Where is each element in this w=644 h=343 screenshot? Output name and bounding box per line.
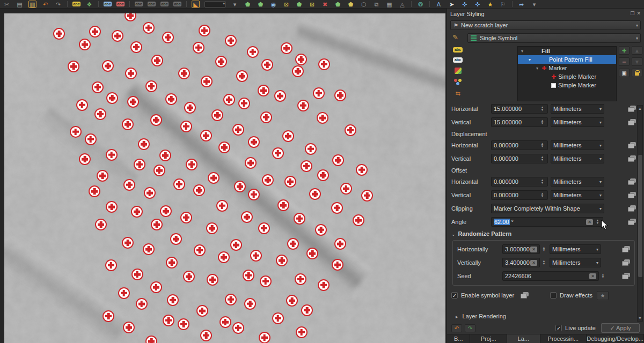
pan-to-selected-icon[interactable]: ➦ <box>517 1 525 8</box>
displacement-vertical-unit-combo[interactable]: Millimeters <box>551 154 604 163</box>
tree-item-point-pattern-fill[interactable]: ▾ Point Pattern Fill <box>518 55 616 64</box>
effects-customize-button[interactable]: ★ <box>597 291 609 300</box>
show-hidden-labels-icon[interactable]: abc <box>135 1 143 8</box>
undo-icon[interactable]: ↶ <box>41 1 49 8</box>
collapse-icon[interactable]: ▾ <box>536 66 541 71</box>
labels-tab-icon[interactable]: abc <box>453 47 463 53</box>
clear-value-icon[interactable] <box>586 219 593 225</box>
collapse-icon[interactable]: ▾ <box>521 49 526 54</box>
move-up-button[interactable]: ▲ <box>632 46 642 55</box>
randomize-horizontal-input[interactable]: 3.000000 <box>502 244 540 254</box>
displacement-vertical-input[interactable]: 0.000000 <box>491 154 548 163</box>
lock-colors-button[interactable] <box>632 69 642 77</box>
spinner[interactable] <box>600 273 606 279</box>
spacing-vertical-input[interactable]: 15.000000 <box>491 117 548 127</box>
settings-scrollbar[interactable]: ▲ ▼ <box>637 105 643 322</box>
spinner[interactable] <box>539 156 545 161</box>
symbol-type-combo[interactable]: Single Symbol <box>467 33 641 43</box>
map-canvas[interactable] <box>4 13 445 343</box>
fill-ring-icon[interactable]: ⊠ <box>308 1 316 8</box>
move-down-button[interactable]: ▼ <box>632 57 642 66</box>
offset-horizontal-unit-combo[interactable]: Millimeters <box>551 177 604 187</box>
history-tab-icon[interactable]: ⇆ <box>455 90 460 97</box>
float-panel-icon[interactable]: ❐ <box>630 11 634 18</box>
tab-browser[interactable]: B... <box>447 334 470 343</box>
spinner[interactable] <box>541 260 547 265</box>
tab-layer-styling[interactable]: La... <box>507 334 540 343</box>
angle-input[interactable]: 62.00 ° <box>491 217 603 227</box>
copy-features-icon[interactable]: ▤ <box>16 1 24 8</box>
data-defined-override-icon[interactable] <box>628 219 636 225</box>
data-defined-override-icon[interactable] <box>628 119 636 125</box>
edit-nodes-2-icon[interactable]: ✜ <box>473 1 481 8</box>
spinner[interactable] <box>539 143 545 148</box>
tree-item-fill[interactable]: ▾ Fill <box>518 47 616 55</box>
move-feature-icon[interactable]: ⬟ <box>257 1 265 8</box>
spinner[interactable] <box>539 120 545 125</box>
scrollbar-thumb[interactable] <box>638 155 642 277</box>
multiedit-icon[interactable]: ⧉ <box>372 1 380 8</box>
randomize-horizontal-unit-combo[interactable]: Millimeters <box>550 244 601 254</box>
edit-nodes-icon[interactable]: ✜ <box>460 1 469 8</box>
live-update-checkbox[interactable] <box>555 325 562 331</box>
measure-icon[interactable]: ◣ <box>192 1 200 8</box>
tree-item-simple-marker-1[interactable]: ✚ Simple Marker <box>518 72 616 81</box>
enable-symbol-layer-checkbox[interactable] <box>451 292 458 299</box>
draw-effects-checkbox[interactable] <box>550 292 557 299</box>
highlight-labels-icon[interactable]: abc <box>104 1 112 8</box>
tree-item-simple-marker-2[interactable]: Simple Marker <box>518 81 616 90</box>
offset-vertical-input[interactable]: 0.000000 <box>491 190 548 200</box>
georeferencer-icon[interactable]: ❂ <box>416 1 425 8</box>
text-annotation-icon[interactable]: A <box>435 1 443 8</box>
spinner[interactable] <box>539 192 545 198</box>
delete-ring-icon[interactable]: ⊠ <box>282 1 290 8</box>
clear-value-icon[interactable] <box>530 260 537 266</box>
dropdown-icon[interactable]: ▾ <box>231 1 239 8</box>
delete-part-icon[interactable]: ⬟ <box>295 1 303 8</box>
randomize-pattern-header[interactable]: ⌄Randomize Pattern <box>451 230 636 237</box>
displacement-horizontal-unit-combo[interactable]: Millimeters <box>551 140 604 150</box>
mask-tab-icon[interactable]: abc <box>453 57 463 63</box>
rotate-label-icon[interactable]: abc <box>160 1 169 8</box>
diagrams-tab-icon[interactable] <box>454 79 462 85</box>
symbology-icon[interactable]: ✎ <box>452 33 458 41</box>
add-symbol-layer-button[interactable]: ✚ <box>619 46 630 55</box>
clipping-combo[interactable]: Marker Completely Within Shape <box>491 204 604 213</box>
spacing-vertical-unit-combo[interactable]: Millimeters <box>551 117 604 127</box>
spacing-horizontal-unit-combo[interactable]: Millimeters <box>551 104 604 114</box>
undo-style-button[interactable]: ↶ <box>451 324 462 332</box>
vertex-tool-icon[interactable]: ⬡ <box>360 1 368 8</box>
reshape-features-icon[interactable]: ◉ <box>269 1 277 8</box>
apply-button[interactable]: ✓ Apply <box>601 323 640 333</box>
scroll-down-icon[interactable]: ▼ <box>638 315 642 321</box>
tab-debugging[interactable]: Debugging/Develop... <box>587 334 644 343</box>
layer-labeling-icon[interactable]: abc <box>72 1 80 8</box>
layer-rendering-section[interactable]: ▸ Layer Rendering <box>456 313 506 319</box>
change-label-icon[interactable]: abc <box>173 1 181 8</box>
seed-input[interactable]: 22426606 <box>502 271 599 281</box>
spinner[interactable] <box>539 106 545 111</box>
clear-value-icon[interactable] <box>530 247 537 252</box>
randomize-vertical-unit-combo[interactable]: Millimeters <box>550 258 601 267</box>
tree-item-marker[interactable]: ▾ ✚ Marker <box>518 64 616 72</box>
randomize-vertical-input[interactable]: 3.400000 <box>502 258 540 267</box>
redo-style-button[interactable]: ↷ <box>465 324 475 332</box>
tab-processing[interactable]: Processin... <box>540 334 587 343</box>
cut-icon[interactable]: ✂ <box>3 1 11 8</box>
redo-icon[interactable]: ↷ <box>54 1 62 8</box>
offset-curve-icon[interactable]: ⬟ <box>334 1 342 8</box>
save-symbol-button[interactable]: ▣ <box>619 69 630 77</box>
data-defined-override-icon[interactable] <box>628 178 636 185</box>
delete-selected-icon[interactable]: ✖ <box>321 1 329 8</box>
layer-select-combo[interactable]: ⚑ New scratch layer <box>450 20 641 30</box>
data-defined-override-icon[interactable] <box>628 106 636 112</box>
remove-symbol-layer-button[interactable]: ━ <box>619 57 630 66</box>
data-defined-override-icon[interactable] <box>628 192 636 198</box>
displacement-horizontal-input[interactable]: 0.000000 <box>491 140 548 150</box>
move-annotation-icon[interactable]: ⚐ <box>499 1 507 8</box>
clear-value-icon[interactable] <box>589 273 596 279</box>
data-defined-override-icon[interactable] <box>628 205 636 212</box>
scroll-up-icon[interactable]: ▲ <box>638 106 642 111</box>
data-defined-override-icon[interactable] <box>628 155 636 162</box>
spinner[interactable] <box>541 247 547 252</box>
